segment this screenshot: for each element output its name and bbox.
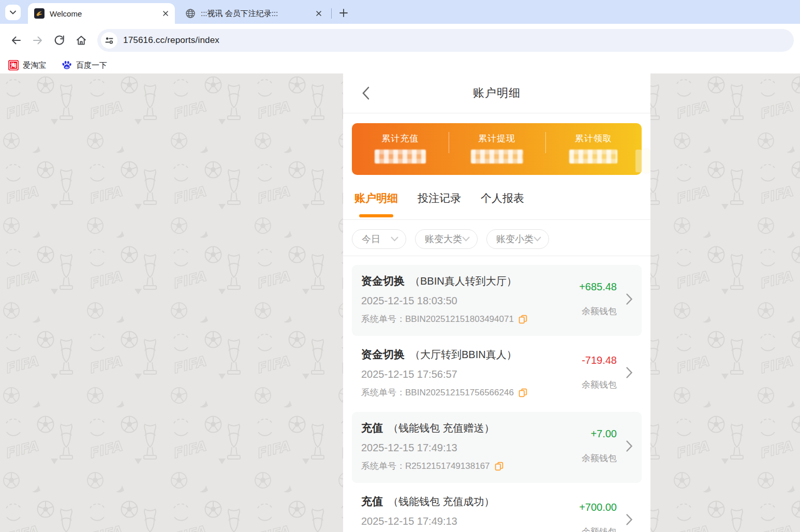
transaction-right: +685.48 余额钱包: [579, 281, 617, 317]
transaction-amount: +7.00: [582, 428, 617, 440]
panel-header: 账户明细: [343, 73, 650, 113]
summary-total-claim: 累计领取: [545, 123, 642, 175]
transaction-subtitle: （BBIN真人转到大厅）: [410, 274, 517, 288]
chevron-down-icon: [9, 9, 17, 16]
chevron-right-icon[interactable]: [626, 366, 633, 381]
filters-row: 今日 账变大类 账变小类: [343, 220, 650, 256]
blurred-floating-widget: [635, 149, 650, 173]
bookmark-label: 爱淘宝: [23, 61, 46, 70]
order-number: BBIN202512151803494071: [405, 314, 514, 324]
summary-label: 累计充值: [381, 132, 419, 144]
copy-icon[interactable]: [495, 462, 503, 471]
blurred-value: [471, 150, 523, 164]
back-chevron-icon[interactable]: [358, 85, 374, 101]
transaction-list: 资金切换 （BBIN真人转到大厅） 2025-12-15 18:03:50 系统…: [343, 256, 650, 532]
blurred-value: [375, 150, 426, 164]
summary-card: 累计充值 累计提现 累计领取: [352, 123, 642, 175]
transaction-type: 充值: [361, 494, 383, 509]
bookmarks-bar: 淘 爱淘宝 du 百度一下: [0, 57, 800, 73]
tab-account-detail[interactable]: 账户明细: [354, 189, 398, 219]
bookmark-baidu[interactable]: du 百度一下: [62, 60, 107, 70]
transaction-subtitle: （大厅转到BBIN真人）: [410, 348, 517, 362]
summary-divider: [449, 132, 449, 153]
tab-label: 个人报表: [481, 192, 524, 204]
url-bar[interactable]: 175616.cc/reports/index: [97, 29, 794, 52]
baidu-paw-icon: du: [62, 60, 72, 70]
filter-minor-category-dropdown[interactable]: 账变小类: [486, 229, 549, 249]
site-settings-icon[interactable]: [101, 32, 117, 49]
browser-window: Welcome :::视讯 会员下注纪录:::: [0, 0, 800, 532]
forward-button[interactable]: [27, 29, 49, 51]
order-number: R2512151749138167: [405, 461, 490, 471]
summary-label: 累计提现: [478, 132, 515, 144]
transaction-card[interactable]: 资金切换 （大厅转到BBIN真人） 2025-12-15 17:56:57 系统…: [352, 338, 642, 409]
summary-total-deposit: 累计充值: [352, 123, 449, 175]
taobao-icon: 淘: [8, 60, 19, 70]
bookmark-aitaobao[interactable]: 淘 爱淘宝: [8, 60, 46, 70]
tab-bet-records[interactable]: 投注记录: [418, 189, 461, 219]
tab-betting-records[interactable]: :::视讯 会员下注纪录:::: [179, 3, 328, 24]
transaction-right: +7.00 余额钱包: [582, 428, 617, 464]
filter-label: 账变小类: [496, 233, 534, 245]
filter-date-dropdown[interactable]: 今日: [352, 229, 406, 249]
url-text[interactable]: 175616.cc/reports/index: [123, 35, 219, 46]
transaction-subtitle: （钱能钱包 充值成功）: [388, 495, 495, 509]
transaction-type: 充值: [361, 421, 383, 435]
order-label: 系统单号：: [361, 313, 405, 325]
transaction-type: 资金切换: [361, 274, 405, 288]
new-tab-button[interactable]: [336, 6, 351, 20]
transaction-amount: -719.48: [582, 354, 617, 366]
page-content: FIFA: [0, 73, 800, 532]
order-number: BBIN202512151756566246: [405, 388, 514, 398]
account-detail-panel: 账户明细 累计充值 累计提现 累计领取: [343, 73, 650, 532]
blurred-value: [569, 150, 617, 164]
transaction-right: +700.00 余额钱包: [579, 501, 617, 532]
tab-label: 投注记录: [418, 192, 461, 204]
svg-text:淘: 淘: [10, 62, 17, 68]
chevron-right-icon[interactable]: [626, 440, 633, 454]
tab-title: Welcome: [50, 9, 161, 18]
tab-close-icon[interactable]: [161, 9, 170, 18]
transaction-type: 资金切换: [361, 347, 405, 362]
tab-search-button[interactable]: [5, 5, 21, 20]
wallet-label: 余额钱包: [582, 379, 617, 391]
reload-button[interactable]: [49, 29, 70, 51]
page-title: 账户明细: [473, 85, 521, 101]
wallet-label: 余额钱包: [579, 305, 617, 317]
summary-divider: [545, 132, 546, 153]
transaction-card[interactable]: 充值 （钱能钱包 充值赠送） 2025-12-15 17:49:13 系统单号：…: [352, 412, 642, 483]
transaction-amount: +700.00: [579, 501, 617, 513]
tab-close-icon[interactable]: [314, 9, 323, 18]
transaction-amount: +685.48: [579, 281, 617, 293]
order-label: 系统单号：: [361, 460, 405, 472]
tab-title: :::视讯 会员下注纪录:::: [201, 9, 314, 19]
copy-icon[interactable]: [518, 315, 527, 324]
transaction-subtitle: （钱能钱包 充值赠送）: [388, 421, 495, 435]
chevron-right-icon[interactable]: [626, 293, 633, 307]
browser-toolbar: 175616.cc/reports/index: [0, 24, 800, 57]
section-tabs: 账户明细 投注记录 个人报表: [343, 189, 650, 220]
copy-icon[interactable]: [518, 388, 527, 397]
transaction-card[interactable]: 资金切换 （BBIN真人转到大厅） 2025-12-15 18:03:50 系统…: [352, 265, 642, 336]
tab-welcome[interactable]: Welcome: [28, 3, 175, 24]
summary-total-withdraw: 累计提现: [449, 123, 545, 175]
svg-text:du: du: [65, 66, 69, 69]
back-button[interactable]: [5, 29, 27, 51]
tab-divider: [331, 8, 332, 19]
chevron-down-icon: [391, 237, 398, 242]
wallet-label: 余额钱包: [579, 526, 617, 532]
summary-label: 累计领取: [575, 132, 612, 144]
chevron-down-icon: [534, 237, 541, 242]
transaction-card[interactable]: 充值 （钱能钱包 充值成功） 2025-12-15 17:49:13 系统单号：…: [352, 485, 642, 532]
order-label: 系统单号：: [361, 387, 405, 398]
wallet-label: 余额钱包: [582, 452, 617, 464]
filter-major-category-dropdown[interactable]: 账变大类: [415, 229, 478, 249]
tab-personal-report[interactable]: 个人报表: [481, 189, 524, 219]
site-favicon-icon: [34, 8, 45, 19]
transaction-right: -719.48 余额钱包: [582, 354, 617, 391]
tab-strip: Welcome :::视讯 会员下注纪录:::: [0, 0, 800, 24]
home-button[interactable]: [70, 29, 92, 51]
chevron-right-icon[interactable]: [626, 513, 633, 528]
active-tab-underline: [359, 214, 393, 217]
filter-label: 今日: [362, 233, 380, 245]
